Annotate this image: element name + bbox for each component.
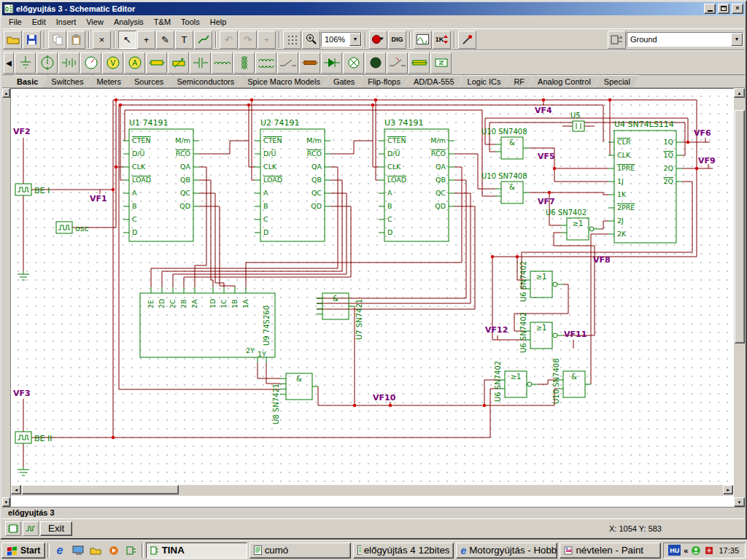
probe-vf2[interactable]: VF2	[13, 127, 31, 136]
resistor2-button[interactable]	[299, 52, 320, 74]
tray-collapse-button[interactable]: «	[684, 546, 688, 555]
chip-u4[interactable]: U4 SN74LS114CLRCLK1PRE1J1K2PRE2J2K1Q1Q2Q…	[608, 120, 682, 243]
voltage-source-button[interactable]	[36, 52, 58, 74]
tab-meters[interactable]: Meters	[88, 75, 130, 88]
quicklaunch-desktop-button[interactable]	[70, 542, 85, 559]
palette-scroll-left-button[interactable]: ◄	[4, 52, 14, 74]
inductor-button[interactable]	[212, 52, 233, 74]
gate-u7-sn7421[interactable]: &U7 SN7421	[317, 293, 363, 340]
gate-u10-sn7408[interactable]: &U10 SN7408	[481, 172, 529, 203]
exit-button[interactable]: Exit	[40, 521, 72, 536]
zoom-select[interactable]: 106%▼	[321, 32, 362, 47]
ground-dropdown-arrow[interactable]: ▼	[731, 33, 743, 46]
chip-u2[interactable]: U2 74191CTEND/U̅CLKLOADABCDM/mRCOQAQBQCQ…	[255, 118, 330, 241]
probe-vf12[interactable]: VF12	[485, 325, 508, 335]
scroll-left-button[interactable]: ◄	[11, 485, 21, 494]
ground-symbol[interactable]	[18, 467, 29, 475]
tab-gates[interactable]: Gates	[325, 75, 363, 88]
redo-button[interactable]: ↷	[239, 31, 257, 49]
component-u5[interactable]: U5	[570, 112, 584, 131]
motor-button[interactable]	[365, 52, 386, 74]
antivirus-tray-icon[interactable]	[704, 545, 714, 556]
tab-semiconductors[interactable]: Semiconductors	[168, 75, 243, 88]
move-button[interactable]: +	[137, 31, 155, 49]
probe-vf11[interactable]: VF11	[564, 330, 587, 339]
chip-u1[interactable]: U1 74191CTEND/U̅CLKLOADABCDM/mRCOQAQBQCQ…	[123, 118, 199, 241]
oscilloscope-button[interactable]	[414, 31, 432, 49]
menu-help[interactable]: Help	[205, 16, 232, 28]
probe-vf5[interactable]: VF5	[538, 152, 555, 161]
right-scrollbar[interactable]: ▲ ▼	[734, 88, 745, 507]
source-osc[interactable]: osc	[56, 222, 89, 233]
source-be-ii[interactable]: BE II	[15, 432, 52, 443]
probe-vf9[interactable]: VF9	[698, 156, 716, 166]
wire-tool-button[interactable]	[194, 31, 212, 49]
minimize-button[interactable]	[704, 4, 716, 14]
tab-basic[interactable]: Basic	[8, 75, 47, 88]
component-mode-button[interactable]	[608, 31, 626, 49]
capacitor-button[interactable]	[190, 52, 211, 74]
wires-layer[interactable]	[23, 100, 713, 467]
lamp-button[interactable]	[343, 52, 364, 74]
probe-vf4[interactable]: VF4	[535, 106, 552, 115]
tab-sources[interactable]: Sources	[125, 75, 172, 88]
probe-vf7[interactable]: VF7	[538, 197, 555, 206]
menu-insert[interactable]: Insert	[51, 16, 82, 28]
paste-button[interactable]	[67, 31, 85, 49]
gate-u6-sn7402[interactable]: ≥1U6 SN7402	[519, 312, 563, 353]
battery-button[interactable]	[58, 52, 80, 74]
vertical-scroll-thumb[interactable]	[735, 110, 745, 343]
pen-button[interactable]: ✎	[156, 31, 174, 49]
sheet-tab[interactable]: előgyujtás 3	[2, 508, 67, 518]
voltmeter-button[interactable]	[102, 52, 123, 74]
tab-special[interactable]: Special	[595, 75, 639, 88]
task-paint[interactable]: névtelen - Paint	[560, 542, 661, 559]
probe-vf1[interactable]: VF1	[90, 194, 107, 203]
component-value-button[interactable]: 1K	[433, 31, 451, 49]
probe-vf8[interactable]: VF8	[593, 255, 611, 265]
ground-symbol[interactable]	[18, 271, 29, 280]
language-indicator[interactable]: HU	[668, 545, 681, 556]
ground-component-button[interactable]	[15, 52, 36, 74]
probe-vf10[interactable]: VF10	[373, 393, 396, 402]
scroll-down-button[interactable]: ▼	[2, 497, 10, 507]
quicklaunch-tina-button[interactable]	[123, 542, 139, 559]
component-view-button[interactable]	[5, 521, 21, 536]
start-button[interactable]: Start	[1, 542, 45, 559]
diode-button[interactable]	[321, 52, 342, 74]
open-button[interactable]	[4, 31, 22, 49]
coupled-coils-button[interactable]	[255, 52, 276, 74]
grid-toggle-button[interactable]	[283, 31, 301, 49]
left-scrollbar[interactable]: ▲ ▼	[2, 88, 10, 507]
menu-view[interactable]: View	[81, 16, 109, 28]
tab-analog-control[interactable]: Analog Control	[529, 75, 600, 88]
close-button[interactable]: ×	[732, 4, 743, 14]
schematic-canvas[interactable]: U1 74191CTEND/U̅CLKLOADABCDM/mRCOQAQBQCQ…	[11, 89, 733, 485]
menu-edit[interactable]: Edit	[27, 16, 51, 28]
controlled-switch-button[interactable]	[387, 52, 408, 74]
copy-button[interactable]	[48, 31, 66, 49]
select-cursor-button[interactable]: ↖	[118, 31, 136, 49]
task-elogyujtas4[interactable]: előgyújtás 4 12bites	[353, 542, 454, 559]
tab-flip-flops[interactable]: Flip-flops	[359, 75, 409, 88]
ammeter-button[interactable]	[124, 52, 145, 74]
gate-u10-sn7408[interactable]: &U10 SN7408	[552, 359, 591, 405]
task-tina[interactable]: TINA	[146, 542, 247, 559]
menu-analysis[interactable]: Analysis	[109, 16, 149, 28]
tab-switches[interactable]: Switches	[42, 75, 92, 88]
tab-spice-macro-models[interactable]: Spice Macro Models	[239, 75, 329, 88]
gate-u10-sn7408[interactable]: &U10 SN7408	[481, 128, 529, 159]
switch-button[interactable]	[277, 52, 298, 74]
tab-ad-da-555[interactable]: AD/DA-555	[405, 75, 463, 88]
components-layer[interactable]: U1 74191CTEND/U̅CLKLOADABCDM/mRCOQAQBQCQ…	[13, 106, 716, 475]
impedance-button[interactable]	[430, 52, 452, 74]
potentiometer-button[interactable]	[168, 52, 189, 74]
scroll-down-button[interactable]: ▼	[734, 497, 745, 507]
scroll-right-button[interactable]: ►	[723, 485, 733, 494]
resistor-button[interactable]	[146, 52, 167, 74]
chip-u3[interactable]: U3 74191CTEND/U̅CLKLOADABCDM/mRCOQAQBQCQ…	[379, 118, 454, 241]
quicklaunch-folder-button[interactable]	[88, 542, 103, 559]
fuse-button[interactable]	[409, 52, 430, 74]
task-motorgyujtas-browser[interactable]: eMotorgyújtás - Hobb...	[456, 542, 557, 559]
quicklaunch-ie-button[interactable]: e	[52, 542, 67, 559]
